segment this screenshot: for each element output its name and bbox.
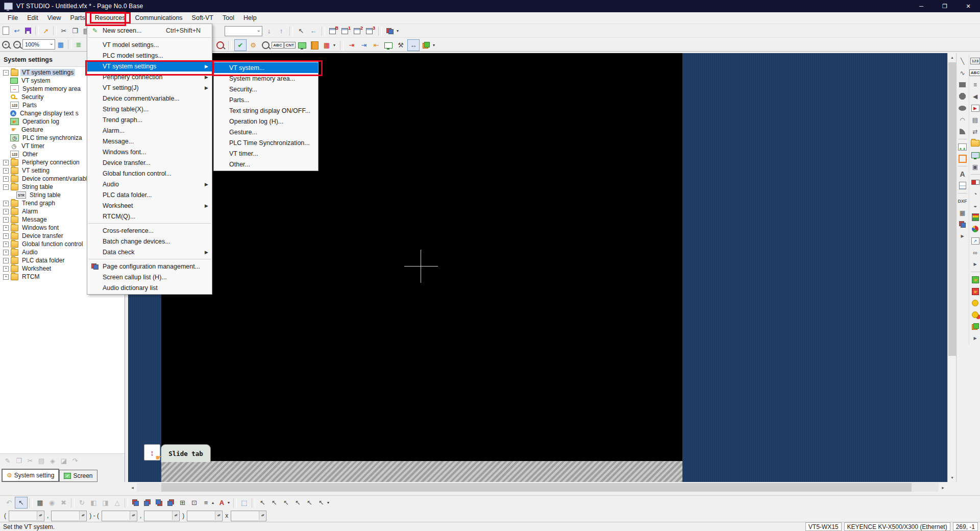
submenu-item-vt-timer[interactable]: VT timer... <box>214 148 318 159</box>
menu-help[interactable]: Help <box>239 13 261 22</box>
menu-item-global-function-control[interactable]: Global function control... <box>87 168 212 179</box>
undo-arrange-icon[interactable] <box>3 497 15 508</box>
select-screen-icon[interactable] <box>296 26 307 36</box>
more-graph-parts-button[interactable] <box>970 259 980 270</box>
menu-parts[interactable]: Parts <box>66 13 90 22</box>
audio-part-icon[interactable] <box>970 91 980 102</box>
menu-item-screen-callup-list[interactable]: Screen callup list (H)... <box>87 272 212 282</box>
menu-item-page-configuration[interactable]: Page configuration management... <box>87 261 212 272</box>
bar-graph-icon[interactable] <box>970 212 980 223</box>
submenu-item-system-memory-area[interactable]: System memory area... <box>214 73 318 84</box>
level-meter-icon[interactable] <box>970 177 980 187</box>
menu-item-trend-graph[interactable]: Trend graph... <box>87 114 212 125</box>
minimize-button[interactable]: ─ <box>910 0 933 12</box>
align-parts-icon[interactable] <box>200 497 212 508</box>
coord-x1-input[interactable] <box>9 511 44 521</box>
movie-part-icon[interactable] <box>970 114 980 125</box>
screen-edit-icon[interactable] <box>234 39 247 51</box>
collapse-icon[interactable]: − <box>3 184 9 190</box>
expand-icon[interactable]: + <box>3 217 9 223</box>
select-frame-mode-icon[interactable] <box>280 497 292 508</box>
zoom-level-combobox[interactable]: 100% <box>22 39 55 50</box>
select-image-mode-icon[interactable] <box>304 497 315 508</box>
horizontal-scroll-thumb[interactable] <box>161 483 912 492</box>
tab-system-setting[interactable]: ⚙ System setting <box>2 469 59 482</box>
coord-width-input[interactable] <box>187 511 223 521</box>
prev-screen-icon[interactable] <box>276 26 287 36</box>
comm-setting-icon[interactable] <box>421 40 432 51</box>
select-graph-mode-icon[interactable] <box>315 497 327 508</box>
coord-y1-input[interactable] <box>51 511 87 521</box>
send-to-vt-icon[interactable] <box>346 40 357 51</box>
more-draw-tools-button[interactable] <box>957 231 968 242</box>
menu-item-string-table[interactable]: String table(X)... <box>87 104 212 114</box>
fit-width-icon[interactable] <box>177 497 188 508</box>
parts-stack-icon[interactable] <box>970 321 980 332</box>
parts-keypad-icon[interactable] <box>34 497 46 508</box>
select-text-mode-icon[interactable] <box>292 497 304 508</box>
multi-lamp-icon[interactable] <box>970 309 980 320</box>
expand-icon[interactable]: + <box>3 176 9 182</box>
menu-communications[interactable]: Communications <box>131 13 187 22</box>
expand-icon[interactable]: + <box>3 242 9 247</box>
expand-icon[interactable]: + <box>3 266 9 272</box>
restore-button[interactable]: ❐ <box>933 0 957 12</box>
scroll-left-button[interactable]: ◂ <box>128 483 137 492</box>
expand-icon[interactable]: + <box>3 274 9 280</box>
vertical-scroll-thumb[interactable] <box>948 62 956 356</box>
select-cursor-icon[interactable] <box>15 497 28 509</box>
menu-file[interactable]: File <box>3 13 22 22</box>
page-config-icon[interactable] <box>384 26 396 36</box>
bring-forward-icon[interactable] <box>153 497 165 508</box>
ellipse-tool-icon[interactable] <box>957 103 968 113</box>
frame-tool-icon[interactable] <box>957 153 968 164</box>
select-mode-dropdown[interactable]: ▾ <box>327 500 331 505</box>
data-transfer-part-icon[interactable] <box>970 126 980 137</box>
screen-overlap-icon[interactable] <box>957 219 968 230</box>
tab-screen[interactable]: ✔ Screen <box>59 470 97 482</box>
fit-height-icon[interactable] <box>188 497 200 508</box>
close-button[interactable]: ✕ <box>957 0 980 12</box>
numeric-display-icon[interactable]: 123 <box>970 56 980 66</box>
polyline-tool-icon[interactable] <box>957 67 968 78</box>
bring-to-front-icon[interactable] <box>130 497 141 508</box>
range-select-icon[interactable] <box>238 497 250 508</box>
image-tool-icon[interactable]: ▲▲ <box>957 141 968 152</box>
scroll-up-button[interactable]: ▴ <box>948 53 957 62</box>
table-tool-icon[interactable] <box>957 207 968 218</box>
menu-resources[interactable]: Resources <box>90 12 131 23</box>
menu-item-periphery-connection[interactable]: Periphery connection▶ <box>87 71 212 82</box>
preview-search-icon[interactable] <box>214 40 226 51</box>
submenu-item-plc-time-synchronization[interactable]: PLC Time Synchronization... <box>214 137 318 148</box>
simulator-icon[interactable] <box>297 40 308 51</box>
coord-height-input[interactable] <box>231 511 266 521</box>
zoom-in-icon[interactable]: + <box>0 39 11 50</box>
polygon-tool-icon[interactable] <box>957 91 968 102</box>
send-system-icon[interactable] <box>358 40 370 51</box>
coord-y2-input[interactable] <box>144 511 180 521</box>
dxf-tool-icon[interactable]: DXF <box>957 196 968 206</box>
memo-tool-icon[interactable] <box>957 180 968 191</box>
copy-icon[interactable] <box>69 26 81 36</box>
text-check-icon[interactable]: ABC <box>272 40 283 51</box>
register-screen-icon[interactable] <box>58 455 69 466</box>
window-screen-3-icon[interactable]: 3 <box>364 26 376 36</box>
cut-icon[interactable] <box>58 26 69 36</box>
free-rotate-icon[interactable] <box>111 497 123 508</box>
copy-screen-icon[interactable] <box>13 455 24 466</box>
next-screen-icon[interactable] <box>263 26 275 36</box>
zoom-out-icon[interactable]: − <box>11 39 22 50</box>
align-dropdown[interactable]: ▴ <box>212 500 216 505</box>
arc-tool-icon[interactable] <box>957 114 968 125</box>
select-parts-mode-icon[interactable] <box>268 497 280 508</box>
collapse-icon[interactable]: − <box>3 70 9 76</box>
text-display-icon[interactable]: ABC <box>970 67 980 78</box>
lamp-part-icon[interactable] <box>970 298 980 308</box>
rotate-icon[interactable] <box>76 497 88 508</box>
send-to-back-icon[interactable] <box>141 497 153 508</box>
menu-soft-vt[interactable]: Soft-VT <box>187 13 218 22</box>
system-setting-icon[interactable] <box>248 40 259 51</box>
save-icon[interactable] <box>22 26 34 36</box>
menu-item-audio-dictionary-list[interactable]: Audio dictionary list <box>87 282 212 293</box>
receive-from-vt-icon[interactable] <box>371 40 382 51</box>
